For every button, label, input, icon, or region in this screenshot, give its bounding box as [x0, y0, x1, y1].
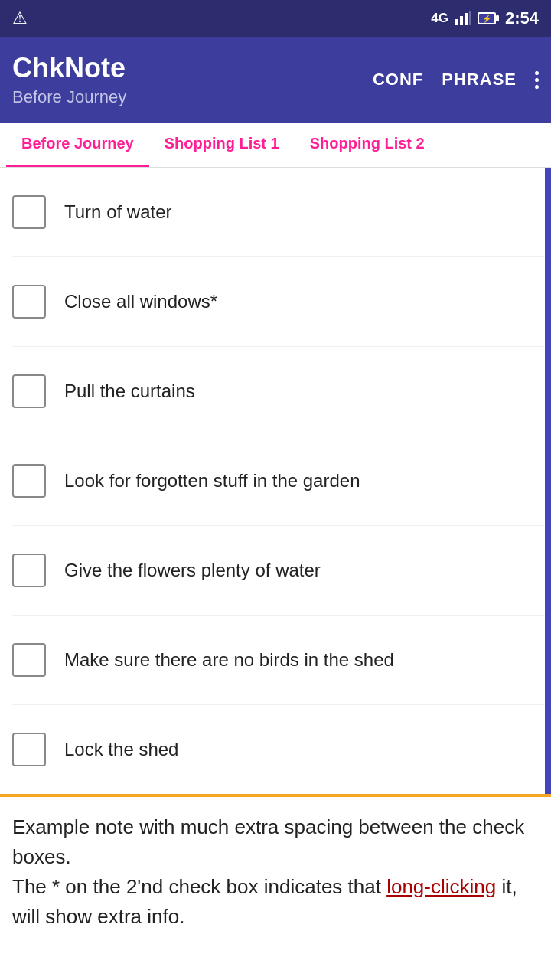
footer-link-text[interactable]: long-clicking [386, 875, 496, 898]
checklist: Turn of water Close all windows* Pull th… [0, 168, 551, 794]
time-display: 2:54 [505, 8, 539, 28]
svg-rect-0 [455, 19, 458, 25]
item-label-6: Make sure there are no birds in the shed [64, 648, 394, 671]
tab-bar: Before Journey Shopping List 1 Shopping … [0, 122, 551, 168]
list-item: Turn of water [12, 168, 551, 257]
svg-rect-5 [496, 15, 499, 21]
list-item: Look for forgotten stuff in the garden [12, 436, 551, 526]
footer-line2: The * on the 2'nd check box indicates th… [12, 875, 386, 898]
svg-rect-1 [460, 16, 463, 25]
battery-icon: ⚡ [478, 10, 499, 27]
list-item: Close all windows* [12, 257, 551, 347]
tab-before-journey[interactable]: Before Journey [6, 122, 149, 167]
checkbox-6[interactable] [12, 643, 46, 677]
footer-text: Example note with much extra spacing bet… [12, 812, 539, 932]
svg-rect-3 [469, 11, 471, 25]
item-label-2: Close all windows* [64, 289, 217, 313]
tab-shopping-list-1[interactable]: Shopping List 1 [149, 122, 295, 167]
checkbox-4[interactable] [12, 464, 46, 498]
signal-icon [455, 10, 471, 27]
tab-shopping-list-2[interactable]: Shopping List 2 [295, 122, 440, 167]
phrase-button[interactable]: PHRASE [442, 70, 517, 90]
item-label-3: Pull the curtains [64, 379, 195, 403]
checkbox-5[interactable] [12, 554, 46, 587]
app-subtitle: Before Journey [12, 87, 373, 107]
item-label-4: Look for forgotten stuff in the garden [64, 469, 360, 492]
item-label-1: Turn of water [64, 200, 172, 224]
item-label-5: Give the flowers plenty of water [64, 558, 321, 582]
app-title: ChkNote [12, 52, 373, 84]
checkbox-3[interactable] [12, 374, 46, 408]
svg-rect-2 [465, 13, 468, 25]
svg-text:⚡: ⚡ [482, 14, 492, 24]
conf-button[interactable]: CONF [373, 70, 423, 90]
footer-line1: Example note with much extra spacing bet… [12, 815, 524, 868]
footer-note: Example note with much extra spacing bet… [0, 794, 551, 947]
list-item: Make sure there are no birds in the shed [12, 616, 551, 705]
app-toolbar: ChkNote Before Journey CONF PHRASE [0, 37, 551, 122]
toolbar-actions: CONF PHRASE [373, 70, 539, 90]
list-item: Pull the curtains [12, 347, 551, 436]
toolbar-title-section: ChkNote Before Journey [12, 52, 373, 107]
checkbox-1[interactable] [12, 195, 46, 229]
list-item: Lock the shed [12, 705, 551, 794]
item-label-7: Lock the shed [64, 737, 178, 761]
scroll-bar[interactable] [545, 168, 551, 794]
more-options-button[interactable] [535, 71, 539, 89]
status-bar: ⚠ 4G ⚡ 2:54 [0, 0, 551, 37]
network-indicator: 4G [431, 11, 448, 26]
checkbox-2[interactable] [12, 285, 46, 318]
warning-icon: ⚠ [12, 8, 28, 28]
content-area: Turn of water Close all windows* Pull th… [0, 168, 551, 794]
checkbox-7[interactable] [12, 733, 46, 766]
list-item: Give the flowers plenty of water [12, 526, 551, 616]
